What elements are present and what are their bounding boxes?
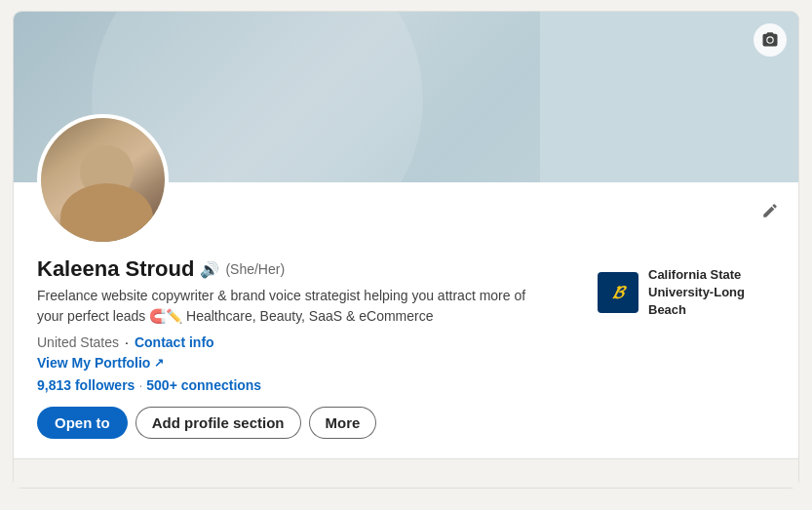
external-link-icon: ↗ <box>154 356 164 370</box>
action-row: Open to Add profile section More <box>37 407 775 439</box>
profile-headline: Freelance website copywriter & brand voi… <box>37 286 534 327</box>
portfolio-row: View My Portfolio ↗ <box>37 354 775 372</box>
dot-separator: · <box>138 377 142 393</box>
edit-profile-button[interactable] <box>755 196 785 228</box>
avatar <box>37 114 169 246</box>
avatar-image <box>41 118 165 242</box>
pencil-icon <box>761 202 779 219</box>
location-text: United States <box>37 334 119 350</box>
speaker-icon: 🔊 <box>200 260 219 279</box>
contact-info-link[interactable]: Contact info <box>135 334 214 350</box>
open-to-button[interactable]: Open to <box>37 407 128 439</box>
university-name: California State University-Long Beach <box>648 266 785 320</box>
connections-link[interactable]: 500+ connections <box>146 377 261 393</box>
camera-icon <box>761 31 779 49</box>
separator: · <box>125 334 129 350</box>
university-section: 𝓑 California State University-Long Beach <box>598 266 785 320</box>
add-profile-section-button[interactable]: Add profile section <box>135 407 301 439</box>
location-row: United States · Contact info <box>37 334 775 350</box>
university-logo: 𝓑 <box>598 272 638 313</box>
followers-row: 9,813 followers · 500+ connections <box>37 377 775 393</box>
pronouns: (She/Her) <box>225 261 285 277</box>
profile-card: 𝓑 California State University-Long Beach… <box>14 12 798 488</box>
more-button[interactable]: More <box>309 407 377 439</box>
edit-banner-button[interactable] <box>754 23 787 57</box>
followers-link[interactable]: 9,813 followers <box>37 377 135 393</box>
profile-name: Kaleena Stroud <box>37 256 194 282</box>
bottom-strip <box>14 458 798 488</box>
portfolio-link[interactable]: View My Portfolio ↗ <box>37 355 164 371</box>
